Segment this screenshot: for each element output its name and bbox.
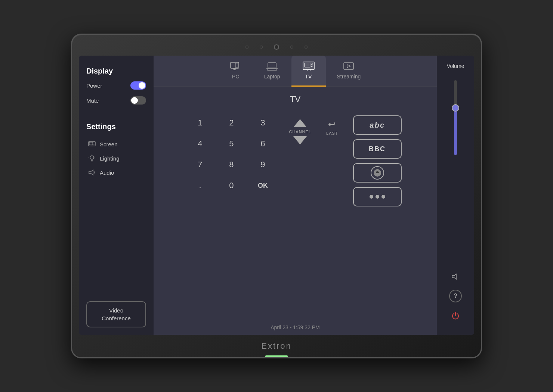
indicator-right2 (305, 46, 308, 49)
brand-name: Extron (261, 341, 292, 351)
tv-icon (303, 62, 315, 71)
tab-streaming[interactable]: Streaming (326, 56, 372, 87)
volume-slider-container (454, 77, 457, 267)
streaming-icon (343, 62, 355, 71)
video-conf-label: VideoConference (102, 307, 131, 321)
volume-fill (454, 110, 457, 155)
num-0[interactable]: 0 (220, 178, 242, 193)
num-8[interactable]: 8 (220, 157, 242, 172)
mute-row: Mute (86, 96, 146, 105)
left-sidebar: Display Power Mute Settings (79, 56, 154, 335)
num-5[interactable]: 5 (220, 136, 242, 151)
audio-icon (88, 168, 96, 177)
lighting-icon (88, 154, 96, 162)
screen: Display Power Mute Settings (79, 56, 474, 335)
screen-label: Screen (100, 141, 118, 147)
volume-knob[interactable] (452, 104, 459, 112)
status-led (265, 355, 288, 357)
last-label: LAST (326, 131, 338, 136)
lighting-label: Lighting (100, 155, 120, 162)
help-button[interactable]: ? (449, 290, 462, 302)
tab-pc[interactable]: PC (219, 56, 253, 87)
num-2[interactable]: 2 (220, 115, 242, 130)
num-dot[interactable]: . (189, 178, 211, 193)
camera (274, 44, 279, 50)
tabs-bar: PC Laptop (154, 56, 437, 87)
top-bar (79, 41, 474, 53)
main-content: PC Laptop (154, 56, 437, 335)
svg-rect-26 (344, 63, 353, 69)
channel-down-button[interactable] (293, 136, 307, 144)
status-bar: April 23 - 1:59:32 PM (154, 320, 437, 335)
screen-item[interactable]: Screen (86, 137, 146, 151)
ok-button[interactable]: OK (251, 178, 274, 193)
cbs-channel-button[interactable] (353, 163, 402, 183)
video-conference-button[interactable]: VideoConference (86, 301, 146, 327)
svg-rect-1 (89, 142, 93, 145)
screen-icon (88, 140, 96, 148)
power-toggle[interactable] (130, 81, 146, 90)
tab-laptop[interactable]: Laptop (253, 56, 291, 87)
tab-tv-label: TV (305, 74, 312, 80)
num-7[interactable]: 7 (189, 157, 211, 172)
bbc-channel-button[interactable]: BBC (353, 139, 402, 159)
svg-marker-28 (452, 274, 456, 279)
abc-label: abc (370, 121, 384, 130)
power-button[interactable] (449, 309, 462, 322)
svg-marker-27 (347, 65, 350, 68)
mute-toggle[interactable] (130, 96, 146, 105)
last-button[interactable]: ↩ LAST (326, 115, 338, 136)
mute-label: Mute (86, 97, 99, 104)
num-9[interactable]: 9 (251, 157, 274, 172)
abc-channel-button[interactable]: abc (353, 115, 402, 135)
numpad: 1 2 3 4 5 6 7 8 9 . 0 OK (189, 115, 274, 193)
right-icons: ? (449, 270, 462, 327)
svg-rect-14 (235, 63, 238, 68)
laptop-icon (266, 62, 278, 71)
num-1[interactable]: 1 (189, 115, 211, 130)
device: Display Power Mute Settings (71, 34, 482, 358)
volume-label: Volume (447, 63, 464, 69)
right-sidebar: Volume ? (437, 56, 474, 335)
tab-pc-label: PC (232, 74, 239, 80)
tab-streaming-label: Streaming (337, 74, 361, 80)
channel-up-button[interactable] (293, 119, 307, 127)
indicator-right1 (290, 46, 293, 49)
indicator-left2 (260, 46, 263, 49)
speaker-button[interactable] (449, 270, 462, 283)
audio-label: Audio (100, 169, 114, 176)
tab-tv[interactable]: TV (291, 56, 326, 87)
power-label: Power (86, 83, 102, 89)
svg-rect-18 (268, 63, 276, 68)
lighting-item[interactable]: Lighting (86, 151, 146, 165)
controls-area: 1 2 3 4 5 6 7 8 9 . 0 OK (189, 115, 401, 206)
svg-marker-12 (89, 170, 93, 175)
audio-item[interactable]: Audio (86, 165, 146, 180)
num-6[interactable]: 6 (251, 136, 274, 151)
pc-icon (230, 62, 242, 71)
more-channels-button[interactable] (353, 187, 402, 206)
more-dots (370, 195, 385, 199)
channel-presets: abc BBC (353, 115, 402, 206)
cbs-icon (371, 166, 384, 180)
num-4[interactable]: 4 (189, 136, 211, 151)
volume-track[interactable] (454, 80, 457, 155)
settings-section: Settings Screen (86, 122, 146, 180)
page-title: TV (290, 94, 300, 104)
datetime-display: April 23 - 1:59:32 PM (271, 324, 320, 330)
tv-page-content: TV 1 2 3 4 5 6 7 8 9 . 0 (154, 87, 437, 320)
channel-control: CHANNEL (289, 115, 311, 144)
device-bottom: Extron (79, 335, 474, 357)
settings-title: Settings (86, 122, 146, 131)
bbc-label: BBC (369, 145, 386, 153)
display-title: Display (86, 67, 146, 75)
tab-laptop-label: Laptop (264, 74, 280, 80)
indicator-left (245, 46, 248, 49)
channel-label: CHANNEL (289, 130, 311, 134)
num-3[interactable]: 3 (251, 115, 274, 130)
last-icon: ↩ (328, 119, 336, 130)
svg-point-5 (90, 156, 94, 159)
power-row: Power (86, 81, 146, 90)
